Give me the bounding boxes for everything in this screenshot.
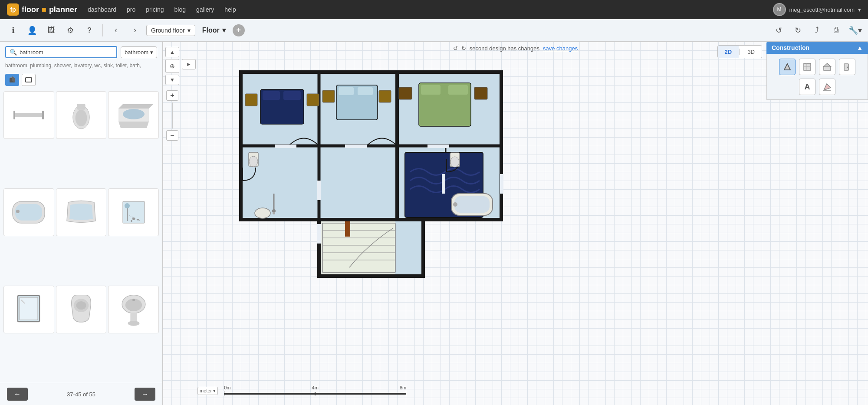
floor-type-selector[interactable]: Floor ▾: [199, 24, 229, 36]
item-shower[interactable]: [108, 188, 159, 236]
nav-pro[interactable]: pro: [127, 6, 135, 13]
svg-rect-81: [454, 196, 490, 213]
zoom-out-button[interactable]: −: [166, 130, 178, 141]
floor-selector[interactable]: Ground floor ▾: [146, 25, 195, 36]
svg-point-9: [76, 110, 87, 126]
next-page-button[interactable]: →: [135, 388, 155, 401]
svg-rect-56: [379, 90, 391, 102]
search-tags: bathroom, plumbing, shower, lavatory, wc…: [0, 63, 162, 72]
notif-undo-icon[interactable]: ↺: [453, 45, 458, 52]
ruler-unit-selector[interactable]: meter ▾: [197, 387, 218, 395]
pan-right-button[interactable]: ►: [182, 59, 196, 69]
app-logo[interactable]: fp floor ■ planner: [7, 3, 77, 16]
view-flat-button[interactable]: [22, 74, 36, 86]
zoom-controls: ▲ ◄ ⊕ ► ▼ + −: [163, 42, 182, 142]
help-icon: ?: [87, 26, 92, 34]
ruler-dropdown-arrow: ▾: [213, 388, 216, 393]
items-grid: [0, 89, 162, 383]
add-floor-button[interactable]: +: [233, 24, 245, 36]
svg-point-25: [76, 301, 86, 310]
user-menu[interactable]: M meg_escott@hotmail.com ▾: [773, 3, 861, 16]
prev-page-button[interactable]: ←: [7, 388, 28, 401]
undo-button[interactable]: ↺: [771, 23, 786, 38]
view-3d-button[interactable]: [5, 74, 19, 86]
settings-button[interactable]: ⚙: [62, 23, 78, 38]
svg-rect-61: [399, 87, 412, 99]
construction-title: Construction: [772, 44, 809, 51]
canvas-area[interactable]: ▲ ◄ ⊕ ► ▼ + − ↺ ↻ second design has chan…: [163, 42, 868, 405]
svg-point-69: [273, 212, 275, 214]
svg-point-103: [847, 67, 848, 68]
add-floor-icon: +: [237, 26, 241, 35]
svg-rect-4: [13, 113, 44, 117]
svg-point-79: [450, 157, 459, 167]
item-bathtub-top-1[interactable]: [3, 188, 54, 236]
floor-dropdown-arrow: ▾: [187, 27, 191, 34]
ruler-mark-8: 8m: [400, 385, 406, 390]
roof-tool-button[interactable]: [819, 59, 835, 75]
nav-gallery[interactable]: gallery: [196, 6, 214, 13]
item-bathtub-top-2[interactable]: [56, 188, 107, 236]
svg-point-18: [132, 217, 135, 220]
wall-tool-button[interactable]: [779, 59, 796, 75]
item-bidet[interactable]: [56, 91, 107, 139]
avatar: M: [773, 3, 786, 16]
save-changes-link[interactable]: save changes: [543, 45, 578, 52]
svg-point-64: [249, 156, 258, 167]
view-3d-button[interactable]: 3D: [740, 46, 762, 58]
logo-icon: fp: [7, 3, 19, 16]
floor-plan-svg[interactable]: [184, 59, 514, 285]
nav-pricing[interactable]: pricing: [146, 6, 164, 13]
construction-header[interactable]: Construction ▲: [766, 42, 868, 54]
view-toggles: [0, 72, 162, 89]
help-button[interactable]: ?: [82, 23, 97, 38]
item-towel-rail[interactable]: [3, 91, 54, 139]
erase-tool-button[interactable]: [819, 79, 835, 95]
tools-button[interactable]: 🔧 ▾: [847, 23, 863, 38]
svg-point-10: [123, 109, 145, 119]
top-navigation: fp floor ■ planner dashboard pro pricing…: [0, 0, 868, 19]
item-bathtub-3d[interactable]: [108, 91, 159, 139]
nav-next-button[interactable]: ›: [127, 23, 143, 38]
redo-button[interactable]: ↻: [790, 23, 806, 38]
svg-rect-8: [77, 104, 85, 109]
view-2d-button[interactable]: 2D: [718, 46, 739, 58]
ruler-line: [224, 391, 406, 396]
nav-prev-button[interactable]: ‹: [108, 23, 124, 38]
item-sink-pedestal[interactable]: [108, 286, 159, 333]
svg-rect-85: [427, 145, 449, 148]
category-dropdown[interactable]: bathroom ▾: [121, 46, 157, 58]
text-tool-button[interactable]: A: [799, 79, 815, 95]
svg-point-19: [137, 219, 139, 221]
svg-rect-50: [307, 94, 319, 106]
person-button[interactable]: 👤: [24, 23, 40, 38]
info-button[interactable]: ℹ: [5, 23, 21, 38]
page-info: 37-45 of 55: [67, 391, 95, 398]
item-mirror[interactable]: [3, 286, 54, 333]
svg-point-66: [255, 208, 270, 218]
pan-up-button[interactable]: ▲: [165, 47, 179, 57]
print-button[interactable]: ⎙: [828, 23, 844, 38]
share-button[interactable]: ⤴: [809, 23, 825, 38]
svg-rect-97: [804, 63, 811, 70]
user-email: meg_escott@hotmail.com: [789, 7, 855, 13]
pan-down-button[interactable]: ▼: [165, 75, 179, 85]
photo-button[interactable]: 🖼: [43, 23, 59, 38]
floor-tool-button[interactable]: [799, 59, 815, 75]
zoom-in-button[interactable]: +: [166, 90, 178, 101]
item-urinal[interactable]: [56, 286, 107, 333]
nav-help[interactable]: help: [224, 6, 236, 13]
svg-rect-90: [345, 221, 350, 237]
undo-icon: ↺: [776, 26, 782, 35]
pagination: ← 37-45 of 55 →: [0, 383, 162, 405]
photo-icon: 🖼: [47, 26, 55, 35]
search-input[interactable]: [20, 49, 113, 56]
door-tool-button[interactable]: [839, 59, 855, 75]
svg-marker-104: [824, 84, 831, 90]
construction-tools: A: [766, 54, 868, 100]
notif-redo-icon[interactable]: ↻: [461, 45, 466, 52]
nav-blog[interactable]: blog: [174, 6, 186, 13]
pan-center-button[interactable]: ⊕: [165, 59, 179, 73]
svg-rect-48: [283, 91, 301, 100]
nav-dashboard[interactable]: dashboard: [88, 6, 116, 13]
